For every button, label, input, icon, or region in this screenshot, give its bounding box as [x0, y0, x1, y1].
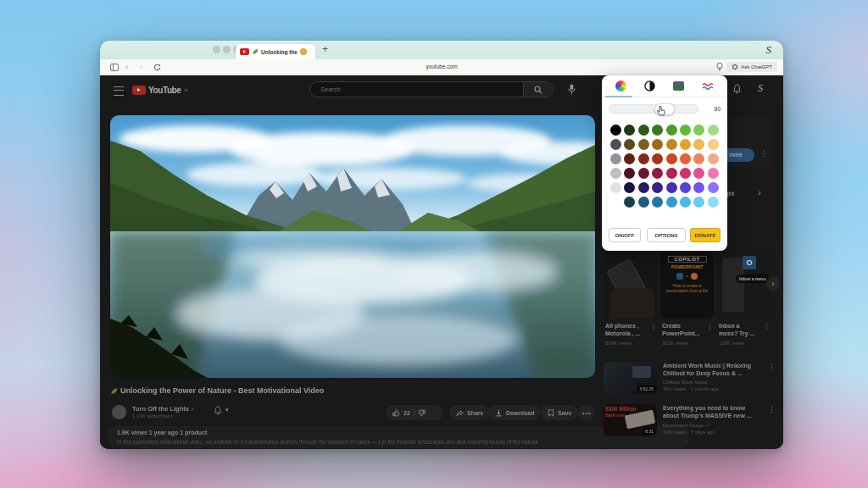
color-swatch[interactable]	[610, 125, 621, 136]
color-swatch[interactable]	[624, 153, 635, 164]
more-actions-button[interactable]: •••	[578, 405, 595, 420]
color-swatch[interactable]	[652, 125, 663, 136]
color-swatch[interactable]	[666, 139, 677, 150]
search-button[interactable]	[523, 82, 553, 97]
color-swatch[interactable]	[693, 125, 704, 136]
color-swatch[interactable]	[610, 197, 621, 208]
share-button[interactable]: Share	[449, 405, 490, 420]
search-input[interactable]: Search	[309, 81, 554, 97]
chevron-down-icon[interactable]: ▾	[225, 407, 229, 413]
color-swatch[interactable]	[708, 168, 719, 179]
card-thumbnail[interactable]	[604, 251, 657, 319]
color-swatch[interactable]	[624, 182, 635, 193]
card-thumbnail[interactable]: O Inbox a mess	[717, 251, 771, 319]
description-box[interactable]: 1.9K views 1 year ago 1 product In this …	[108, 426, 688, 448]
notification-bell-icon[interactable]	[214, 406, 222, 415]
address-bar[interactable]: youtube.com	[100, 64, 783, 69]
color-swatch[interactable]	[638, 182, 649, 193]
card-text[interactable]: CreatePowerPoint... 302K views	[662, 322, 699, 346]
image-tab-icon[interactable]	[673, 81, 684, 91]
thumbs-up-icon[interactable]	[392, 409, 400, 417]
kebab-icon[interactable]: ⋮	[649, 323, 657, 330]
color-swatch[interactable]	[610, 182, 621, 193]
carousel-next-button[interactable]: ›	[766, 277, 780, 291]
download-button[interactable]: Download	[488, 405, 541, 420]
color-swatch[interactable]	[708, 197, 719, 208]
new-tab-button[interactable]: +	[322, 43, 328, 55]
color-swatch[interactable]	[638, 153, 649, 164]
color-swatch[interactable]	[708, 153, 719, 164]
video-player[interactable]	[110, 115, 595, 378]
video-text[interactable]: Everything you need to knowabout Trump's…	[663, 404, 763, 435]
color-swatch[interactable]	[610, 139, 621, 150]
lamp-extension-icon[interactable]	[716, 63, 723, 72]
channel-avatar[interactable]	[112, 405, 126, 419]
color-swatch[interactable]	[693, 139, 704, 150]
color-swatch[interactable]	[666, 125, 677, 136]
youtube-logo[interactable]: YouTube TM	[132, 86, 188, 95]
color-swatch[interactable]	[693, 168, 704, 179]
donate-button[interactable]: DONATE	[690, 228, 721, 242]
color-swatch[interactable]	[610, 153, 621, 164]
color-swatch[interactable]	[666, 197, 677, 208]
color-swatch[interactable]	[624, 168, 635, 179]
color-swatch[interactable]	[680, 197, 691, 208]
color-swatch[interactable]	[680, 139, 691, 150]
options-button[interactable]: OPTIONS	[647, 228, 686, 242]
color-swatch[interactable]	[693, 153, 704, 164]
avatar[interactable]: S	[758, 82, 763, 95]
series-next-icon[interactable]: ›	[758, 187, 761, 197]
color-swatch[interactable]	[638, 125, 649, 136]
color-swatch[interactable]	[652, 182, 663, 193]
color-swatch[interactable]	[666, 182, 677, 193]
color-swatch[interactable]	[638, 139, 649, 150]
color-swatch[interactable]	[708, 182, 719, 193]
color-swatch[interactable]	[693, 182, 704, 193]
color-swatch[interactable]	[610, 168, 621, 179]
bell-icon[interactable]	[732, 84, 742, 94]
color-wheel-tab-icon[interactable]	[615, 80, 626, 92]
kebab-icon[interactable]: ⋮	[763, 323, 771, 330]
window-minimize-button[interactable]	[223, 46, 231, 53]
video-thumbnail[interactable]: 3:02:25	[604, 362, 657, 394]
video-text[interactable]: Ambient Work Music | RelaxingChillout fo…	[663, 362, 763, 391]
color-swatch[interactable]	[652, 168, 663, 179]
color-swatch[interactable]	[680, 125, 691, 136]
video-thumbnail[interactable]: $300 Million Ballroom 8:31	[604, 404, 657, 436]
color-swatch[interactable]	[638, 168, 649, 179]
color-swatch[interactable]	[680, 168, 691, 179]
color-swatch[interactable]	[624, 139, 635, 150]
ask-chatgpt-button[interactable]: Ask ChatGPT	[726, 62, 777, 72]
browser-tab[interactable]: Unlocking the	[236, 44, 315, 59]
save-button[interactable]: Save	[541, 405, 578, 420]
mic-icon[interactable]	[568, 84, 576, 95]
color-swatch[interactable]	[638, 197, 649, 208]
color-swatch[interactable]	[624, 197, 635, 208]
onoff-button[interactable]: ON/OFF	[609, 228, 641, 242]
color-swatch[interactable]	[708, 125, 719, 136]
color-swatch[interactable]	[624, 125, 635, 136]
color-swatch[interactable]	[708, 139, 719, 150]
contrast-tab-icon[interactable]	[644, 80, 655, 92]
card-thumbnail[interactable]: COPILOT POWERPOINT = How to create a pre…	[660, 251, 714, 319]
kebab-icon[interactable]: ⋮	[768, 406, 776, 413]
color-swatch[interactable]	[666, 168, 677, 179]
thumbs-down-icon[interactable]	[418, 409, 426, 417]
window-close-button[interactable]	[213, 46, 220, 53]
color-swatch[interactable]	[666, 153, 677, 164]
card-text[interactable]: Inbox amess? Try ... 116K views	[719, 322, 754, 346]
color-swatch[interactable]	[652, 153, 663, 164]
color-swatch[interactable]	[652, 139, 663, 150]
opacity-slider[interactable]	[609, 104, 698, 114]
hamburger-menu-icon[interactable]	[114, 86, 124, 96]
card-text[interactable]: All phones ,Motorola , ... 509K views	[605, 322, 640, 346]
duration-badge: 8:31	[643, 428, 655, 435]
waves-tab-icon[interactable]	[702, 82, 714, 91]
color-swatch[interactable]	[680, 153, 691, 164]
color-swatch[interactable]	[652, 197, 663, 208]
kebab-icon[interactable]: ⋮	[706, 323, 714, 330]
color-swatch[interactable]	[693, 197, 704, 208]
kebab-icon[interactable]: ⋮	[768, 363, 776, 371]
kebab-icon[interactable]: ⋮	[760, 150, 768, 158]
color-swatch[interactable]	[680, 182, 691, 193]
